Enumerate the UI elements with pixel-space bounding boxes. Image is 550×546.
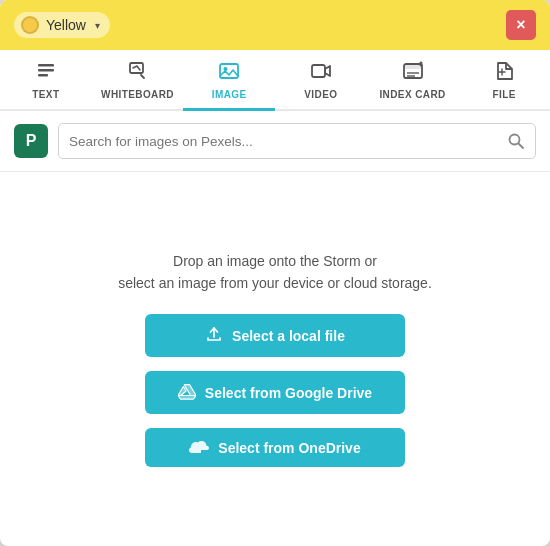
color-picker[interactable]: Yellow ▾ (14, 12, 110, 38)
svg-rect-4 (220, 64, 238, 78)
index-card-icon (402, 60, 424, 85)
google-drive-icon (178, 382, 196, 403)
select-onedrive-label: Select from OneDrive (218, 440, 360, 456)
drop-hint: Drop an image onto the Storm or select a… (118, 251, 432, 294)
select-google-drive-button[interactable]: Select from Google Drive (145, 371, 405, 414)
tab-bar: TEXT WHITEBOARD IMAGE (0, 50, 550, 111)
search-input[interactable] (69, 134, 507, 149)
close-button[interactable]: × (506, 10, 536, 40)
search-input-wrap (58, 123, 536, 159)
color-dot (21, 16, 39, 34)
select-local-file-label: Select a local file (232, 328, 345, 344)
onedrive-icon (189, 439, 209, 456)
file-icon (493, 60, 515, 85)
content-area: Drop an image onto the Storm or select a… (0, 172, 550, 546)
pexels-logo: P (14, 124, 48, 158)
local-file-icon (205, 325, 223, 346)
search-icon (507, 132, 525, 150)
image-icon (218, 60, 240, 85)
select-onedrive-button[interactable]: Select from OneDrive (145, 428, 405, 467)
color-label: Yellow (46, 17, 86, 33)
tab-video-label: VIDEO (304, 89, 337, 100)
tab-whiteboard-label: WHITEBOARD (101, 89, 174, 100)
tab-image[interactable]: IMAGE (183, 50, 275, 111)
whiteboard-icon (127, 60, 149, 85)
svg-rect-6 (312, 65, 325, 77)
chevron-down-icon: ▾ (95, 20, 100, 31)
tab-index-card[interactable]: INDEX CARD (367, 50, 459, 111)
svg-rect-2 (38, 74, 48, 77)
tab-image-label: IMAGE (212, 89, 247, 100)
search-row: P (0, 111, 550, 172)
select-google-drive-label: Select from Google Drive (205, 385, 372, 401)
tab-video[interactable]: VIDEO (275, 50, 367, 111)
select-local-file-button[interactable]: Select a local file (145, 314, 405, 357)
tab-file-label: FILE (493, 89, 516, 100)
search-button[interactable] (507, 132, 525, 150)
svg-rect-3 (130, 63, 143, 73)
svg-rect-1 (38, 69, 54, 72)
svg-rect-0 (38, 64, 54, 67)
video-icon (310, 60, 332, 85)
tab-text-label: TEXT (32, 89, 59, 100)
text-icon (35, 60, 57, 85)
tab-index-card-label: INDEX CARD (379, 89, 445, 100)
header: Yellow ▾ × (0, 0, 550, 50)
tab-text[interactable]: TEXT (0, 50, 92, 111)
tab-file[interactable]: FILE (458, 50, 550, 111)
modal: Yellow ▾ × TEXT WH (0, 0, 550, 546)
tab-whiteboard[interactable]: WHITEBOARD (92, 50, 184, 111)
